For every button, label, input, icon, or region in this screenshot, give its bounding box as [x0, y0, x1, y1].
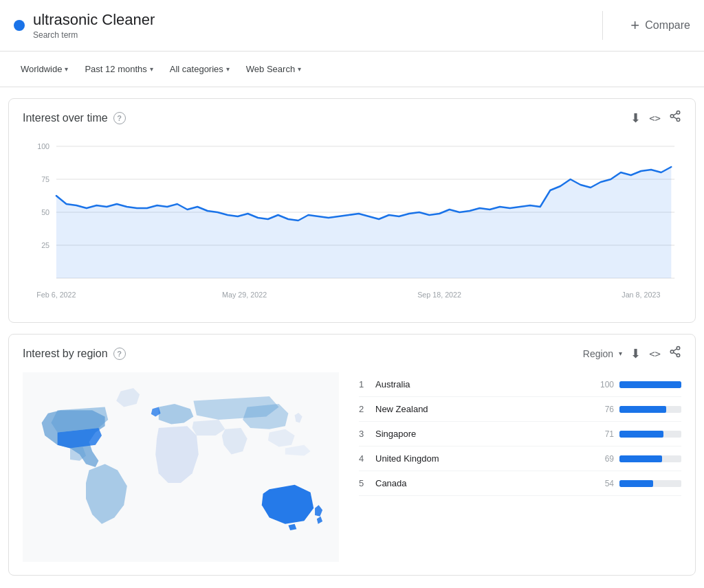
search-term-dot	[14, 20, 25, 31]
bar-fill	[619, 431, 663, 438]
region-value: 76	[589, 405, 614, 414]
bar-container	[619, 381, 681, 388]
filter-websearch-label: Web Search	[246, 64, 295, 74]
interest-over-time-card: Interest over time ? ⬇ <> 100 75	[8, 98, 696, 323]
card-actions-region: Region ▾ ⬇ <>	[583, 346, 681, 361]
term-text: ultrasonic Cleaner Search term	[33, 11, 155, 40]
region-filter-label: Region	[583, 348, 613, 359]
svg-text:Feb 6, 2022: Feb 6, 2022	[36, 291, 76, 299]
line-chart: 100 75 50 25 Feb 6, 2022 May 29, 2022 Se…	[23, 133, 681, 311]
download-icon[interactable]: ⬇	[630, 111, 641, 126]
svg-text:May 29, 2022: May 29, 2022	[222, 291, 267, 299]
region-value: 54	[589, 479, 614, 488]
filter-websearch[interactable]: Web Search ▾	[239, 60, 308, 78]
compare-block[interactable]: + Compare	[603, 16, 690, 34]
compare-plus-icon: +	[630, 16, 639, 34]
svg-line-22	[673, 352, 676, 354]
list-item: 5 Canada 54	[359, 471, 681, 496]
card-header-time: Interest over time ? ⬇ <>	[23, 110, 681, 126]
region-value: 71	[589, 429, 614, 439]
list-item: 3 Singapore 71	[359, 422, 681, 446]
interest-by-region-title: Interest by region	[23, 348, 108, 360]
card-header-region: Interest by region ? Region ▾ ⬇ <>	[23, 346, 681, 361]
region-rank: 2	[359, 404, 375, 414]
help-icon-time[interactable]: ?	[113, 112, 126, 124]
list-item: 2 New Zealand 76	[359, 397, 681, 422]
interest-by-region-card: Interest by region ? Region ▾ ⬇ <>	[8, 334, 696, 576]
filter-past12months-label: Past 12 months	[85, 64, 146, 74]
region-name: United Kingdom	[375, 453, 589, 464]
compare-label: Compare	[645, 19, 690, 32]
bar-fill	[619, 381, 681, 388]
chevron-down-icon: ▾	[65, 65, 68, 73]
card-title-block-time: Interest over time ?	[23, 112, 126, 124]
filter-past12months[interactable]: Past 12 months ▾	[78, 60, 160, 78]
share-icon[interactable]	[669, 110, 681, 126]
header: ultrasonic Cleaner Search term + Compare	[0, 0, 704, 52]
bar-container	[619, 455, 681, 462]
bar-container	[619, 406, 681, 413]
chevron-down-icon: ▾	[298, 65, 301, 73]
region-name: Australia	[375, 379, 589, 389]
filter-worldwide[interactable]: Worldwide ▾	[14, 60, 75, 78]
bar-container	[619, 431, 681, 438]
filter-allcategories[interactable]: All categories ▾	[163, 60, 236, 78]
region-content: 1 Australia 100 2 New Zealand 76 3 Singa…	[23, 372, 681, 564]
svg-text:75: 75	[41, 175, 50, 183]
share-icon[interactable]	[669, 346, 681, 361]
chevron-down-icon: ▾	[150, 65, 153, 73]
filter-allcategories-label: All categories	[170, 64, 223, 74]
embed-icon[interactable]: <>	[649, 113, 661, 124]
svg-point-20	[670, 350, 674, 354]
svg-text:50: 50	[41, 208, 50, 216]
help-icon-region[interactable]: ?	[113, 348, 126, 360]
search-term-block: ultrasonic Cleaner Search term	[14, 11, 603, 40]
filter-worldwide-label: Worldwide	[21, 64, 62, 74]
world-map-svg	[23, 372, 339, 562]
svg-text:25: 25	[41, 241, 50, 249]
search-term-type: Search term	[33, 30, 78, 40]
bar-container	[619, 480, 681, 487]
chevron-down-icon: ▾	[226, 65, 230, 73]
svg-point-19	[676, 347, 680, 350]
download-icon[interactable]: ⬇	[630, 346, 641, 361]
search-term-title: ultrasonic Cleaner	[33, 11, 155, 29]
bar-fill	[619, 455, 662, 462]
interest-over-time-title: Interest over time	[23, 112, 108, 124]
svg-point-0	[676, 111, 680, 115]
map-container	[23, 372, 345, 564]
embed-icon[interactable]: <>	[649, 348, 661, 359]
svg-text:Sep 18, 2022: Sep 18, 2022	[417, 291, 461, 299]
chevron-down-icon: ▾	[619, 350, 622, 357]
region-name: Singapore	[375, 429, 589, 439]
region-filter[interactable]: Region ▾	[583, 348, 622, 359]
bar-fill	[619, 480, 653, 487]
region-value: 100	[589, 380, 614, 389]
list-item: 1 Australia 100	[359, 372, 681, 397]
filter-bar: Worldwide ▾ Past 12 months ▾ All categor…	[0, 52, 704, 87]
card-actions-time: ⬇ <>	[630, 110, 681, 126]
card-title-block-region: Interest by region ?	[23, 348, 126, 360]
region-name: Canada	[375, 478, 589, 488]
region-rank: 5	[359, 478, 375, 488]
svg-text:Jan 8, 2023: Jan 8, 2023	[622, 291, 660, 299]
svg-line-23	[673, 349, 676, 351]
svg-point-2	[676, 118, 680, 122]
svg-line-4	[673, 113, 676, 115]
region-rank: 3	[359, 429, 375, 439]
svg-line-3	[673, 117, 676, 119]
region-rank: 4	[359, 453, 375, 464]
svg-text:100: 100	[37, 142, 50, 150]
region-rank: 1	[359, 379, 375, 389]
svg-point-21	[676, 354, 680, 357]
bar-fill	[619, 406, 666, 413]
region-name: New Zealand	[375, 404, 589, 414]
chart-svg: 100 75 50 25 Feb 6, 2022 May 29, 2022 Se…	[23, 133, 681, 311]
list-item: 4 United Kingdom 69	[359, 446, 681, 471]
svg-point-1	[670, 115, 674, 118]
region-value: 69	[589, 454, 614, 464]
region-list: 1 Australia 100 2 New Zealand 76 3 Singa…	[359, 372, 681, 564]
